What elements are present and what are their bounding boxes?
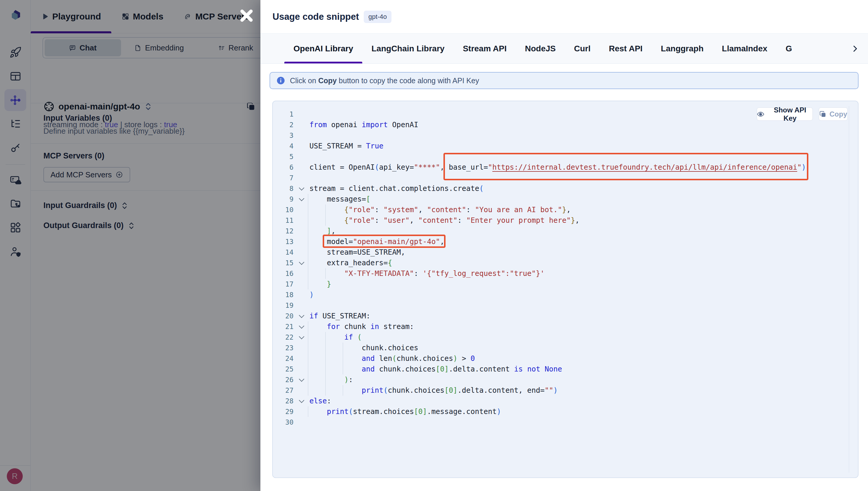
code-line: 3: [273, 130, 848, 141]
fold-gutter: [293, 300, 309, 311]
code-line: 24 and len(chunk.choices) > 0: [273, 353, 848, 364]
code-line: 13 model="openai-main/gpt-4o",: [273, 236, 848, 247]
fold-chevron-icon[interactable]: [293, 194, 309, 204]
code-line: 10 {"role": "system", "content": "You ar…: [273, 204, 848, 215]
annotation-highlight-box: base_url="https://internal.devtest.truef…: [449, 163, 806, 171]
tab-nodejs[interactable]: NodeJS: [516, 34, 565, 63]
code-line: 21 for chunk in stream:: [273, 321, 848, 332]
line-number: 12: [279, 226, 293, 236]
code-line: 19: [273, 300, 848, 311]
line-number: 14: [279, 247, 293, 258]
code-line: 29 print(stream.choices[0].message.conte…: [273, 406, 848, 417]
fold-gutter: [293, 417, 309, 428]
modal-title: Usage code snippet: [273, 11, 359, 22]
screen: R Playground Models MCP Servers Chat Emb…: [0, 0, 868, 491]
fold-gutter: [293, 343, 309, 353]
line-number: 5: [279, 151, 293, 162]
fold-chevron-icon[interactable]: [293, 374, 309, 385]
info-banner: Click on Copy button to copy the code al…: [270, 72, 859, 89]
code-line: 4USE_STREAM = True: [273, 141, 848, 151]
tab-stream-api[interactable]: Stream API: [454, 34, 516, 63]
code-line: 23 chunk.choices: [273, 343, 848, 353]
fold-gutter: [293, 385, 309, 396]
fold-chevron-icon[interactable]: [293, 321, 309, 332]
code-line: 8stream = client.chat.completions.create…: [273, 183, 848, 194]
code-line: 25 and chunk.choices[0].delta.content is…: [273, 364, 848, 374]
fold-gutter: [293, 173, 309, 183]
tab-llamaindex[interactable]: LlamaIndex: [713, 34, 777, 63]
fold-gutter: [293, 364, 309, 374]
line-number: 19: [279, 300, 293, 311]
line-number: 23: [279, 343, 293, 353]
line-number: 1: [279, 109, 293, 119]
line-number: 10: [279, 204, 293, 215]
line-number: 28: [279, 396, 293, 406]
line-number: 25: [279, 364, 293, 374]
fold-gutter: [293, 151, 309, 162]
code-line: 18): [273, 289, 848, 300]
code-line: 20if USE_STREAM:: [273, 311, 848, 321]
fold-chevron-icon[interactable]: [293, 258, 309, 268]
line-number: 9: [279, 194, 293, 204]
code-language-tabs: OpenAI Library LangChain Library Stream …: [260, 33, 868, 64]
line-number: 26: [279, 374, 293, 385]
fold-gutter: [293, 279, 309, 289]
fold-gutter: [293, 162, 309, 173]
line-number: 21: [279, 321, 293, 332]
tabs-scroll-right-icon[interactable]: [848, 33, 862, 64]
fold-gutter: [293, 268, 309, 279]
fold-chevron-icon[interactable]: [293, 332, 309, 343]
fold-gutter: [293, 247, 309, 258]
line-number: 24: [279, 353, 293, 364]
line-number: 22: [279, 332, 293, 343]
line-number: 3: [279, 130, 293, 141]
line-number: 20: [279, 311, 293, 321]
banner-text: Click on Copy button to copy the code al…: [290, 77, 479, 85]
line-number: 18: [279, 289, 293, 300]
model-badge: gpt-4o: [364, 11, 391, 23]
line-number: 27: [279, 385, 293, 396]
fold-gutter: [293, 226, 309, 236]
annotation-highlight-box: model="openai-main/gpt-4o",: [327, 237, 444, 246]
line-number: 6: [279, 162, 293, 173]
tab-curl[interactable]: Curl: [565, 34, 599, 63]
fold-chevron-icon[interactable]: [293, 396, 309, 406]
tab-openai-library[interactable]: OpenAI Library: [284, 34, 362, 63]
tab-truncated[interactable]: G: [777, 34, 801, 63]
code-line: 9 messages=[: [273, 194, 848, 204]
code-line: 16 "X-TFY-METADATA": '{"tfy_log_request"…: [273, 268, 848, 279]
line-number: 16: [279, 268, 293, 279]
line-number: 7: [279, 173, 293, 183]
line-number: 29: [279, 406, 293, 417]
code-scrollbar[interactable]: [849, 106, 849, 473]
line-number: 17: [279, 279, 293, 289]
code-line: 15 extra_headers={: [273, 258, 848, 268]
code-line: 2from openai import OpenAI: [273, 119, 848, 130]
close-icon[interactable]: [236, 6, 257, 26]
fold-chevron-icon[interactable]: [293, 311, 309, 321]
line-number: 13: [279, 236, 293, 247]
line-number: 11: [279, 215, 293, 226]
fold-gutter: [293, 119, 309, 130]
code-block: Show API Key Copy 12from openai import O…: [272, 100, 859, 478]
code-line: 26 ):: [273, 374, 848, 385]
modal-header: Usage code snippet gpt-4o: [260, 0, 868, 33]
fold-gutter: [293, 109, 309, 119]
fold-gutter: [293, 289, 309, 300]
fold-gutter: [293, 130, 309, 141]
tab-rest-api[interactable]: Rest API: [599, 34, 652, 63]
tab-langchain-library[interactable]: LangChain Library: [362, 34, 453, 63]
modal-backdrop[interactable]: [0, 0, 260, 491]
code-line: 22 if (: [273, 332, 848, 343]
code-line: 11 {"role": "user", "content": "Enter yo…: [273, 215, 848, 226]
line-number: 2: [279, 119, 293, 130]
fold-chevron-icon[interactable]: [293, 183, 309, 194]
fold-gutter: [293, 215, 309, 226]
fold-gutter: [293, 204, 309, 215]
fold-gutter: [293, 353, 309, 364]
tab-langgraph[interactable]: Langgraph: [652, 34, 713, 63]
code-editor[interactable]: 12from openai import OpenAI34USE_STREAM …: [273, 109, 848, 428]
line-number: 30: [279, 417, 293, 428]
fold-gutter: [293, 141, 309, 151]
code-line: 7: [273, 173, 848, 183]
